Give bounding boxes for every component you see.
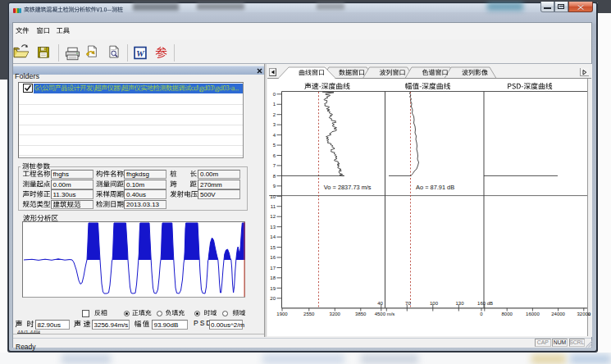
svg-text:11: 11: [271, 204, 276, 209]
svg-text:2: 2: [273, 112, 276, 117]
svg-text:8: 8: [273, 174, 276, 179]
svg-text:W: W: [136, 48, 145, 58]
svg-text:3850: 3850: [355, 312, 367, 316]
svg-text:u: u: [588, 312, 590, 316]
svg-text:15: 15: [270, 245, 276, 250]
svg-text:7: 7: [273, 163, 276, 168]
svg-text:1: 1: [273, 102, 276, 107]
svg-text:24000: 24000: [551, 312, 565, 316]
svg-text:4500 m/s: 4500 m/s: [375, 312, 395, 316]
svg-text:19: 19: [270, 286, 276, 291]
svg-text:18: 18: [270, 275, 276, 280]
svg-text:3200: 3200: [330, 312, 341, 316]
svg-text:Ao = 87.91 dB: Ao = 87.91 dB: [416, 184, 454, 191]
svg-text:16000: 16000: [526, 312, 540, 316]
svg-text:3: 3: [273, 122, 276, 127]
svg-text:9: 9: [273, 184, 276, 189]
svg-text:20: 20: [270, 296, 276, 301]
svg-text:0: 0: [273, 92, 276, 97]
svg-text:13: 13: [270, 225, 276, 230]
svg-text:0: 0: [480, 312, 483, 316]
svg-text:40: 40: [377, 301, 383, 306]
svg-text:1900: 1900: [276, 312, 288, 316]
svg-text:14: 14: [270, 234, 276, 239]
svg-text:160 dB: 160 dB: [477, 301, 493, 306]
svg-text:Vo = 2837.73 m/s: Vo = 2837.73 m/s: [324, 184, 372, 191]
svg-text:100: 100: [430, 301, 439, 306]
svg-text:6: 6: [273, 153, 276, 158]
svg-text:12: 12: [270, 214, 276, 219]
svg-text:2550: 2550: [303, 312, 315, 316]
svg-text:5: 5: [273, 143, 276, 148]
svg-text:16: 16: [270, 255, 276, 260]
svg-text:4: 4: [273, 133, 276, 138]
svg-text:8000: 8000: [502, 312, 513, 316]
svg-text:70: 70: [405, 301, 411, 306]
svg-text:17: 17: [270, 266, 276, 271]
svg-text:10: 10: [270, 194, 276, 199]
svg-text:130: 130: [455, 301, 464, 306]
